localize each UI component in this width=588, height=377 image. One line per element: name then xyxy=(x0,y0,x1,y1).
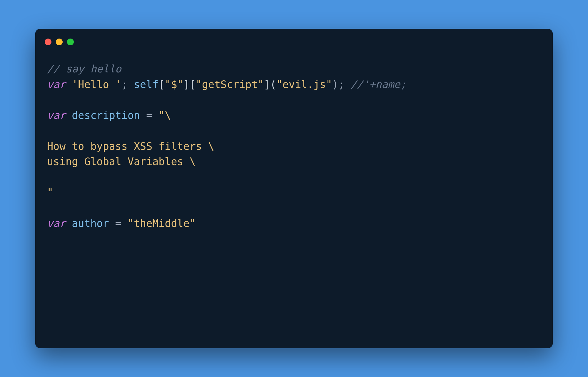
code-comment: // say hello xyxy=(47,63,121,75)
code-punct: ; xyxy=(121,79,134,90)
code-punct: = xyxy=(140,109,158,121)
code-text xyxy=(66,109,72,121)
code-punct: ][ xyxy=(183,79,196,90)
code-identifier: self xyxy=(134,79,158,90)
code-string: 'Hello ' xyxy=(72,79,121,90)
close-icon[interactable] xyxy=(45,39,51,45)
code-punct: = xyxy=(109,217,128,229)
code-string: "getScript" xyxy=(196,79,264,90)
code-string: "theMiddle" xyxy=(128,217,196,229)
code-string: " xyxy=(47,187,53,198)
code-identifier: author xyxy=(72,217,109,229)
maximize-icon[interactable] xyxy=(67,39,74,45)
code-string: "\ xyxy=(158,109,171,121)
minimize-icon[interactable] xyxy=(56,39,63,45)
code-punct: ); xyxy=(332,79,350,90)
code-string: using Global Variables \ xyxy=(47,156,196,167)
code-keyword: var xyxy=(47,79,66,90)
code-editor: // say hello var 'Hello '; self["$"]["ge… xyxy=(35,46,553,243)
code-text xyxy=(66,217,72,229)
code-punct: [ xyxy=(158,79,165,90)
code-string: How to bypass XSS filters \ xyxy=(47,140,214,152)
code-string: "$" xyxy=(165,79,183,90)
code-string: "evil.js" xyxy=(276,79,332,90)
code-keyword: var xyxy=(47,217,66,229)
code-keyword: var xyxy=(47,109,66,121)
code-window: // say hello var 'Hello '; self["$"]["ge… xyxy=(35,29,553,348)
code-text xyxy=(66,79,72,90)
code-identifier: description xyxy=(72,109,140,121)
code-punct: ]( xyxy=(264,79,276,90)
code-comment: //'+name; xyxy=(351,79,407,90)
window-titlebar xyxy=(35,29,553,46)
